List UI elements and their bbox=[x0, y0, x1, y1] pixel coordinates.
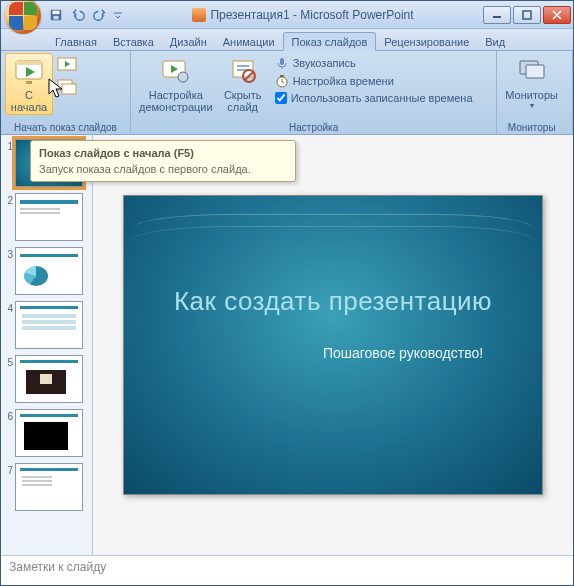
titlebar: Презентация1 - Microsoft PowerPoint bbox=[1, 1, 573, 29]
from-beginning-label: С начала bbox=[11, 89, 47, 113]
svg-rect-18 bbox=[280, 58, 284, 65]
chevron-down-icon: ▾ bbox=[530, 102, 534, 111]
tab-home[interactable]: Главная bbox=[47, 33, 105, 50]
slide-thumbnails[interactable]: 1 2 3 4 5 6 7 bbox=[1, 135, 93, 555]
group-label-start: Начать показ слайдов bbox=[5, 121, 126, 134]
setup-icon bbox=[160, 55, 192, 87]
slide-editor: Как создать презентацию Пошаговое руково… bbox=[93, 135, 573, 555]
play-icon bbox=[13, 55, 45, 87]
thumbnail-6[interactable] bbox=[15, 409, 83, 457]
slide-content[interactable]: Как создать презентацию Пошаговое руково… bbox=[123, 195, 543, 495]
rehearse-timings-button[interactable]: Настройка времени bbox=[273, 73, 475, 89]
svg-point-12 bbox=[178, 72, 188, 82]
svg-rect-20 bbox=[280, 75, 284, 77]
slide-canvas[interactable]: Как создать презентацию Пошаговое руково… bbox=[93, 135, 573, 555]
window-controls bbox=[483, 6, 573, 24]
tab-animations[interactable]: Анимации bbox=[215, 33, 283, 50]
svg-rect-2 bbox=[53, 15, 58, 19]
group-start-slideshow: С начала Начать показ слайдов bbox=[1, 51, 131, 134]
tab-insert[interactable]: Вставка bbox=[105, 33, 162, 50]
svg-rect-7 bbox=[26, 81, 32, 84]
use-rehearsed-check[interactable] bbox=[275, 92, 287, 104]
qat-customize-icon[interactable] bbox=[113, 6, 123, 24]
setup-label: Настройка демонстрации bbox=[139, 89, 213, 113]
svg-rect-14 bbox=[237, 65, 249, 67]
tab-view[interactable]: Вид bbox=[477, 33, 513, 50]
svg-rect-1 bbox=[53, 10, 60, 14]
save-button[interactable] bbox=[47, 6, 65, 24]
tooltip-from-beginning: Показ слайдов с начала (F5) Запуск показ… bbox=[30, 140, 296, 182]
notes-pane[interactable]: Заметки к слайду bbox=[1, 555, 573, 585]
thumbnail-3[interactable] bbox=[15, 247, 83, 295]
undo-button[interactable] bbox=[69, 6, 87, 24]
tooltip-title: Показ слайдов с начала (F5) bbox=[39, 147, 287, 159]
ribbon-tabs: Главная Вставка Дизайн Анимации Показ сл… bbox=[1, 29, 573, 51]
svg-rect-22 bbox=[526, 65, 544, 78]
svg-rect-4 bbox=[523, 11, 531, 19]
from-current-button[interactable] bbox=[55, 55, 79, 75]
hide-icon bbox=[227, 55, 259, 87]
thumbnail-2[interactable] bbox=[15, 193, 83, 241]
tab-design[interactable]: Дизайн bbox=[162, 33, 215, 50]
use-rehearsed-checkbox[interactable]: Использовать записанные времена bbox=[273, 91, 475, 105]
thumbnail-7[interactable] bbox=[15, 463, 83, 511]
monitors-button[interactable]: Мониторы ▾ bbox=[501, 53, 562, 113]
content-area: 1 2 3 4 5 6 7 Как создать презентацию По… bbox=[1, 135, 573, 555]
hide-slide-button[interactable]: Скрыть слайд bbox=[219, 53, 267, 115]
minimize-button[interactable] bbox=[483, 6, 511, 24]
app-icon bbox=[192, 8, 206, 22]
slide-title[interactable]: Как создать презентацию bbox=[124, 286, 542, 317]
svg-rect-10 bbox=[62, 84, 76, 94]
clock-icon bbox=[275, 74, 289, 88]
group-setup: Настройка демонстрации Скрыть слайд Звук… bbox=[131, 51, 497, 134]
monitor-icon bbox=[516, 55, 548, 87]
group-label-setup: Настройка bbox=[135, 121, 492, 134]
tab-slideshow[interactable]: Показ слайдов bbox=[283, 32, 377, 51]
custom-show-button[interactable] bbox=[55, 77, 79, 97]
record-narration-button[interactable]: Звукозапись bbox=[273, 55, 475, 71]
group-label-monitors: Мониторы bbox=[501, 121, 562, 134]
thumbnail-4[interactable] bbox=[15, 301, 83, 349]
close-button[interactable] bbox=[543, 6, 571, 24]
tooltip-body: Запуск показа слайдов с первого слайда. bbox=[39, 163, 287, 175]
setup-slideshow-button[interactable]: Настройка демонстрации bbox=[135, 53, 217, 115]
office-button[interactable] bbox=[5, 0, 41, 34]
svg-rect-6 bbox=[16, 61, 42, 65]
group-monitors: Мониторы ▾ Мониторы bbox=[497, 51, 573, 134]
maximize-button[interactable] bbox=[513, 6, 541, 24]
quick-access-toolbar bbox=[47, 6, 123, 24]
from-beginning-button[interactable]: С начала bbox=[5, 53, 53, 115]
thumbnail-5[interactable] bbox=[15, 355, 83, 403]
mic-icon bbox=[275, 56, 289, 70]
slide-subtitle[interactable]: Пошаговое руководство! bbox=[264, 345, 542, 361]
hide-label: Скрыть слайд bbox=[224, 89, 262, 113]
window-title: Презентация1 - Microsoft PowerPoint bbox=[123, 8, 483, 22]
ribbon: С начала Начать показ слайдов Настройка … bbox=[1, 51, 573, 135]
tab-review[interactable]: Рецензирование bbox=[376, 33, 477, 50]
redo-button[interactable] bbox=[91, 6, 109, 24]
